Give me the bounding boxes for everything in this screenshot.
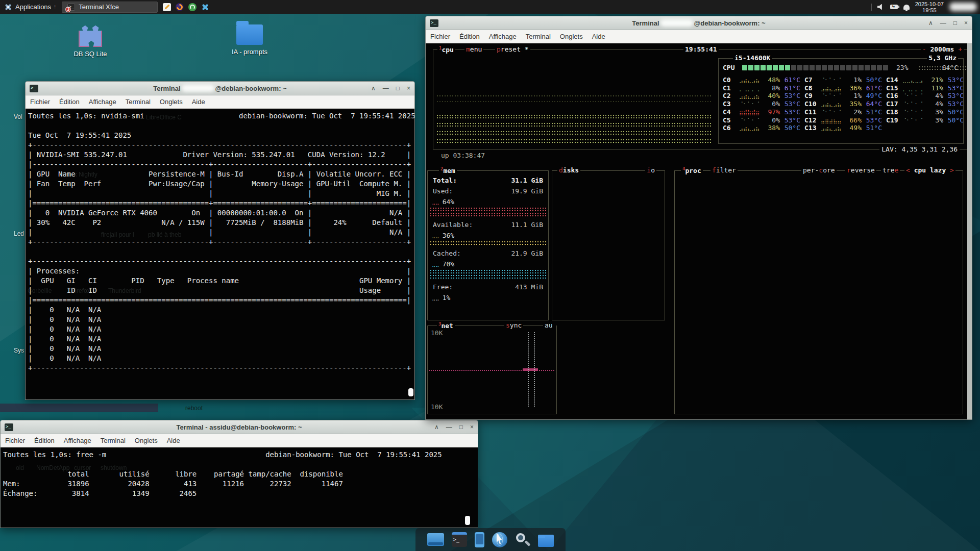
terminal-emulator-icon[interactable]: >_ xyxy=(452,532,467,547)
window-buttons[interactable]: ∧—□× xyxy=(928,19,968,27)
cpu-bar-block xyxy=(834,65,839,70)
ghost-label: Thunderbird xyxy=(108,287,141,294)
btop-tab-net[interactable]: 3net xyxy=(437,321,455,330)
minimize-button[interactable]: — xyxy=(383,85,389,92)
menu-item-édition[interactable]: Édition xyxy=(55,98,84,106)
btop-tab-mem[interactable]: 2mem xyxy=(439,166,457,174)
menu-item-affichage[interactable]: Affichage xyxy=(59,437,96,444)
close-button[interactable]: × xyxy=(470,423,474,431)
menu-item-onglets[interactable]: Onglets xyxy=(130,437,162,444)
desktop-icon-db-sq-lite[interactable]: DB SQ Lite xyxy=(62,24,118,58)
maximize-button[interactable]: □ xyxy=(953,19,957,27)
mem-usage-band xyxy=(430,241,546,245)
scrollbar-thumb[interactable] xyxy=(465,516,470,525)
menu-item-aide[interactable]: Aide xyxy=(587,33,610,40)
scrollbar[interactable] xyxy=(967,43,972,419)
menu-item-aide[interactable]: Aide xyxy=(162,437,185,444)
battery-icon[interactable]: ϟ xyxy=(890,5,898,9)
menu-item-onglets[interactable]: Onglets xyxy=(555,33,587,40)
firefox-icon[interactable] xyxy=(176,3,184,11)
terminal-icon[interactable]: >_ xyxy=(5,423,13,431)
terminal-icon[interactable]: >_ xyxy=(30,85,38,92)
btop-tab-preset[interactable]: preset * xyxy=(495,45,530,53)
minimize-button[interactable]: — xyxy=(446,423,452,431)
cpu-bar-block xyxy=(742,65,747,70)
btop-tab-io[interactable]: io xyxy=(645,166,656,174)
titlebar[interactable]: >_ Terminal @debian-bookworm: ~ ∧—□× xyxy=(26,82,414,95)
search-icon[interactable] xyxy=(515,532,530,547)
dock: >_ xyxy=(415,528,566,551)
mem-row-available: Available:11.1 GiB xyxy=(428,219,548,230)
menu-item-affichage[interactable]: Affichage xyxy=(84,98,121,106)
software-update-icon[interactable] xyxy=(188,3,197,11)
terminal-icon[interactable]: >_ xyxy=(430,19,438,27)
window-btop: >_ Terminal @debian-bookworm: ~ ∧—□× Fic… xyxy=(425,16,972,420)
menu-item-édition[interactable]: Édition xyxy=(30,437,59,444)
btop-tab-cpu[interactable]: 1cpu xyxy=(437,45,455,54)
btop-tab-tree[interactable]: tree xyxy=(881,166,900,174)
titlebar[interactable]: >_ Terminal - assidu@debian-bookworm: ~ … xyxy=(1,420,478,434)
btop-tab-sync[interactable]: sync xyxy=(504,321,523,329)
panel-clock[interactable]: 2025-10-07 19:55 xyxy=(915,1,944,13)
terminal-content[interactable]: Toutes les 1,0s: nvidia-smi debian-bookw… xyxy=(26,109,414,399)
cpu-bar-block xyxy=(779,65,784,70)
taskbar-button-terminal[interactable]: >_ 3 Terminal Xfce xyxy=(62,2,158,13)
close-button[interactable]: × xyxy=(407,85,410,92)
volume-icon[interactable] xyxy=(877,4,885,10)
terminal-content[interactable]: Toutes les 1,0s: free -m debian-bookworm… xyxy=(1,447,478,528)
shade-button[interactable]: ∧ xyxy=(928,19,933,27)
phone-icon[interactable] xyxy=(475,532,484,547)
cpu-bar-block xyxy=(797,65,802,70)
shade-button[interactable]: ∧ xyxy=(371,85,376,92)
btop-tab-proc[interactable]: 4proc xyxy=(681,166,703,174)
minimized-window-strip[interactable] xyxy=(0,404,158,412)
menu-item-fichier[interactable]: Fichier xyxy=(26,98,55,106)
shade-button[interactable]: ∧ xyxy=(434,423,439,431)
menu-item-fichier[interactable]: Fichier xyxy=(1,437,30,444)
scrollbar-thumb[interactable] xyxy=(408,388,413,396)
window-buttons[interactable]: ∧—□× xyxy=(371,85,410,92)
mem-row-cached: Cached:21.9 GiB xyxy=(428,248,548,259)
menu-item-édition[interactable]: Édition xyxy=(455,33,484,40)
btop-tab-disks[interactable]: disks xyxy=(557,166,580,174)
menu-item-terminal[interactable]: Terminal xyxy=(121,98,155,106)
xorg-icon[interactable] xyxy=(201,3,209,11)
applications-menu-button[interactable]: Applications ⁝ xyxy=(0,0,62,14)
load-average: LAV: 4,35 3,31 2,36 xyxy=(879,145,960,153)
btop-tab-reverse[interactable]: reverse xyxy=(845,166,876,174)
menu-item-aide[interactable]: Aide xyxy=(187,98,210,106)
btop-tab-per-core[interactable]: per-core xyxy=(801,166,837,174)
text-editor-icon[interactable] xyxy=(163,3,171,11)
menu-item-onglets[interactable]: Onglets xyxy=(155,98,187,106)
net-graph-column xyxy=(534,332,535,407)
redacted-username xyxy=(182,85,214,92)
cpu-frequency: 5,3 GHz xyxy=(927,54,958,62)
maximize-button[interactable]: □ xyxy=(396,85,400,92)
close-button[interactable]: × xyxy=(964,19,968,27)
show-desktop-icon[interactable] xyxy=(427,533,444,546)
menu-item-fichier[interactable]: Fichier xyxy=(426,33,455,40)
menu-item-terminal[interactable]: Terminal xyxy=(521,33,555,40)
btop-tab-menu[interactable]: menu xyxy=(464,45,483,53)
btop-tab-auto[interactable]: au xyxy=(543,321,556,329)
desktop-icon-ia-prompts[interactable]: IA - prompts xyxy=(222,22,278,56)
minimize-button[interactable]: — xyxy=(940,19,946,27)
desktop-icon-label-reboot[interactable]: reboot xyxy=(185,405,203,412)
mem-percent: ⣀⣀70% xyxy=(428,259,548,269)
cpu-bar-block xyxy=(871,65,876,70)
titlebar[interactable]: >_ Terminal @debian-bookworm: ~ ∧—□× xyxy=(426,16,972,30)
btop-interval-control[interactable]: - 2000ms + xyxy=(921,45,964,53)
btop-selector-cpu-lazy[interactable]: < cpu lazy > xyxy=(904,166,955,174)
window-buttons[interactable]: ∧—□× xyxy=(434,423,474,431)
applications-label: Applications xyxy=(15,3,51,11)
maximize-button[interactable]: □ xyxy=(459,423,463,431)
menu-item-affichage[interactable]: Affichage xyxy=(484,33,521,40)
file-manager-icon[interactable] xyxy=(538,535,554,547)
notifications-bell-icon[interactable] xyxy=(903,5,910,10)
cpu-bar-block xyxy=(822,65,827,70)
btop-mem-box: 2mem Total:31.1 GiBUsed:19.9 GiB⣀⣀64%Ava… xyxy=(427,170,549,320)
core-row-c3: C3⠈⠂⠁⠂⠈0%53°C xyxy=(723,100,801,108)
cpu-bar-block xyxy=(803,65,808,70)
btop-tab-filter[interactable]: filter xyxy=(710,166,738,174)
menu-item-terminal[interactable]: Terminal xyxy=(96,437,130,444)
